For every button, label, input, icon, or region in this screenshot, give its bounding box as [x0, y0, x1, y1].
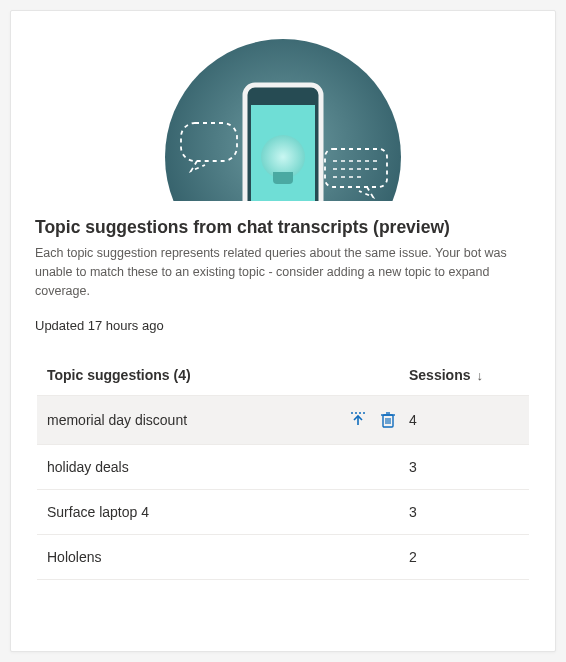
delete-icon — [380, 411, 396, 429]
sessions-count: 2 — [409, 549, 519, 565]
hero-illustration — [11, 11, 555, 201]
add-topic-button[interactable] — [348, 410, 368, 430]
sessions-count: 3 — [409, 459, 519, 475]
card-description: Each topic suggestion represents related… — [35, 244, 531, 300]
table-row[interactable]: holiday deals3 — [37, 445, 529, 490]
updated-timestamp: Updated 17 hours ago — [35, 318, 531, 333]
suggestions-card: Topic suggestions from chat transcripts … — [10, 10, 556, 652]
table-row[interactable]: memorial day discount4 — [37, 395, 529, 445]
table-row[interactable]: Surface laptop 43 — [37, 490, 529, 535]
suggestion-name: Hololens — [47, 549, 337, 565]
card-title: Topic suggestions from chat transcripts … — [35, 217, 531, 238]
table-header-row: Topic suggestions (4) Sessions ↓ — [37, 355, 529, 395]
suggestion-name: holiday deals — [47, 459, 337, 475]
card-content: Topic suggestions from chat transcripts … — [11, 201, 555, 355]
table-row[interactable]: Hololens2 — [37, 535, 529, 580]
suggestion-name: Surface laptop 4 — [47, 504, 337, 520]
sessions-label: Sessions — [409, 367, 470, 383]
sessions-count: 3 — [409, 504, 519, 520]
sort-descending-icon: ↓ — [476, 368, 483, 383]
column-header-actions — [337, 367, 409, 383]
sessions-count: 4 — [409, 412, 519, 428]
suggestions-table: Topic suggestions (4) Sessions ↓ memoria… — [11, 355, 555, 580]
row-actions — [337, 410, 409, 430]
add-topic-icon — [349, 411, 367, 429]
suggestion-name: memorial day discount — [47, 412, 337, 428]
delete-button[interactable] — [378, 410, 398, 430]
lightbulb-phone-illustration — [153, 27, 413, 201]
column-header-sessions[interactable]: Sessions ↓ — [409, 367, 519, 383]
column-header-name[interactable]: Topic suggestions (4) — [47, 367, 337, 383]
